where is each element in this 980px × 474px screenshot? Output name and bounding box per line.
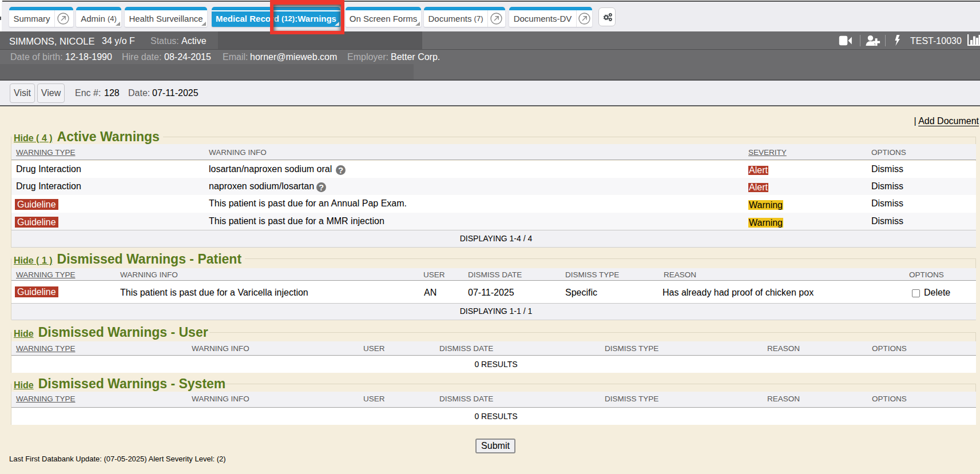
svg-text:?: ? [319, 182, 324, 192]
svg-text:?: ? [338, 165, 343, 175]
